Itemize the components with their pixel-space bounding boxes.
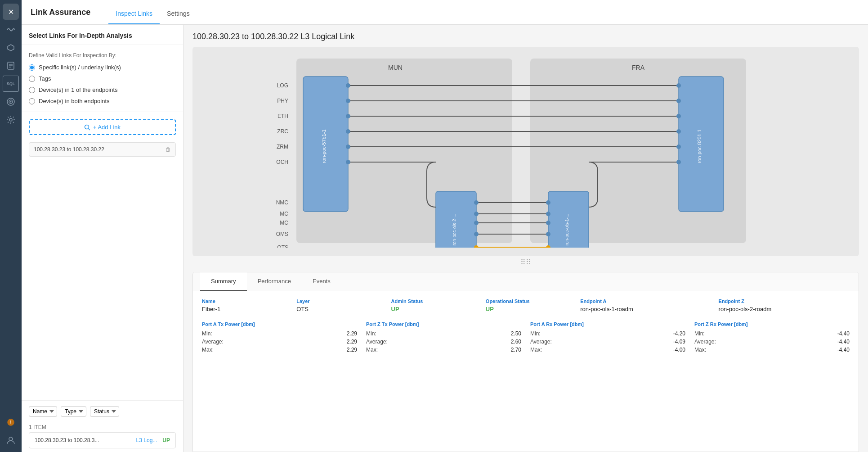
sidebar-icon-sql[interactable]: SQL: [3, 76, 19, 92]
sidebar-icon-alert[interactable]: !: [3, 414, 19, 430]
radio-specific-input[interactable]: [29, 64, 35, 71]
radio-device1-input[interactable]: [29, 87, 35, 93]
radio-deviceboth[interactable]: Device(s) in both endpoints: [29, 98, 176, 104]
svg-text:MUN: MUN: [388, 64, 403, 71]
svg-text:OCH: OCH: [276, 159, 288, 165]
svg-point-44: [546, 200, 550, 205]
svg-text:PHY: PHY: [277, 98, 288, 104]
svg-text:FRA: FRA: [632, 64, 645, 71]
details-content: Name Fiber-1 Layer OTS Admin Status UP: [193, 291, 859, 452]
svg-text:ETH: ETH: [277, 113, 288, 119]
svg-point-35: [346, 129, 350, 134]
right-panel: 100.28.30.23 to 100.28.30.22 L3 Logical …: [183, 25, 868, 452]
metric-row-max: Max: 2.70: [366, 347, 521, 353]
type-filter-select[interactable]: Type: [61, 406, 86, 417]
svg-point-47: [546, 212, 550, 216]
link-row-type[interactable]: L3 Log...: [136, 437, 157, 443]
svg-text:MC: MC: [280, 211, 288, 217]
metric-row-min: Min: -4.20: [530, 330, 685, 337]
tab-settings[interactable]: Settings: [160, 0, 197, 24]
metric-row-max: Max: 2.29: [202, 347, 357, 353]
details-tabs: Summary Performance Events: [193, 272, 859, 291]
svg-point-30: [676, 99, 681, 103]
svg-point-29: [346, 99, 350, 103]
svg-point-10: [9, 437, 13, 441]
metric-port-z-tx: Port Z Tx Power [dbm] Min: 2.50 Average:…: [366, 321, 521, 355]
svg-text:OTS: OTS: [277, 244, 288, 248]
topbar: Link Assurance Inspect Links Settings: [22, 0, 868, 25]
sidebar-icon-target[interactable]: [3, 94, 19, 110]
metric-row-avg: Average: 2.60: [366, 339, 521, 345]
tab-performance[interactable]: Performance: [247, 272, 302, 291]
svg-line-12: [88, 128, 90, 130]
tab-events[interactable]: Events: [302, 272, 341, 291]
svg-text:ron-poc-ols-1-...: ron-poc-ols-1-...: [564, 214, 569, 246]
metrics-grid: Port A Tx Power [dbm] Min: 2.29 Average:…: [202, 321, 850, 355]
delete-icon[interactable]: 🗑: [166, 146, 171, 153]
svg-point-32: [346, 114, 350, 118]
svg-text:OMS: OMS: [276, 231, 288, 237]
svg-text:ron-poc-ols-2-...: ron-poc-ols-2-...: [452, 214, 457, 246]
metric-row-min: Min: 2.29: [202, 330, 357, 337]
svg-point-7: [10, 101, 12, 103]
sidebar-icon-cube[interactable]: [3, 40, 19, 56]
svg-text:ZRM: ZRM: [277, 144, 288, 150]
metric-row-max: Max: -4.40: [694, 347, 850, 353]
radio-deviceboth-input[interactable]: [29, 98, 35, 104]
svg-text:ron-poc-8201-1: ron-poc-8201-1: [697, 129, 702, 163]
svg-point-53: [546, 232, 550, 236]
metric-port-z-rx: Port Z Rx Power [dbm] Min: -4.40 Average…: [694, 321, 850, 355]
metric-row-avg: Average: -4.40: [694, 339, 850, 345]
details-grid: Name Fiber-1 Layer OTS Admin Status UP: [202, 298, 850, 312]
filter-label: Define Valid Links For Inspection By:: [29, 52, 176, 59]
svg-point-38: [346, 145, 350, 149]
svg-text:ron-poc-57b1-1: ron-poc-57b1-1: [321, 129, 327, 163]
network-diagram: MUN FRA ron-poc-57b1-1 ron-poc-8201-1 ro…: [200, 54, 852, 248]
link-row-status: UP: [162, 437, 170, 443]
svg-point-40: [346, 160, 350, 164]
tab-inspect-links[interactable]: Inspect Links: [108, 0, 160, 24]
sidebar-icon-wave[interactable]: [3, 22, 19, 38]
detail-admin-status: Admin Status UP: [391, 298, 479, 312]
sidebar-icon-doc[interactable]: [3, 58, 19, 74]
metric-row-min: Min: 2.50: [366, 330, 521, 337]
name-filter-select[interactable]: Name: [29, 406, 57, 417]
svg-marker-0: [8, 45, 14, 51]
diagram-area: MUN FRA ron-poc-57b1-1 ron-poc-8201-1 ro…: [192, 47, 859, 256]
sidebar-icon-gear[interactable]: [3, 112, 19, 128]
svg-point-27: [676, 83, 681, 88]
radio-tags-input[interactable]: [29, 76, 35, 82]
radio-device1[interactable]: Device(s) in 1 of the endpoints: [29, 86, 176, 93]
diagram-title: 100.28.30.23 to 100.28.30.22 L3 Logical …: [183, 25, 868, 47]
svg-point-8: [9, 118, 12, 121]
status-filter-select[interactable]: Status: [90, 406, 119, 417]
metric-row-min: Min: -4.40: [694, 330, 850, 337]
content-area: Select Links For In-Depth Analysis Defin…: [22, 25, 868, 452]
svg-point-41: [676, 160, 681, 164]
left-panel-header: Select Links For In-Depth Analysis: [22, 25, 183, 45]
detail-layer: Layer OTS: [296, 298, 384, 312]
svg-point-26: [346, 83, 350, 88]
nav-tabs: Inspect Links Settings: [108, 0, 197, 24]
radio-specific[interactable]: Specific link(s) / underlay link(s): [29, 64, 176, 71]
svg-point-43: [474, 200, 479, 205]
sidebar: ✕ SQL !: [0, 0, 22, 452]
add-link-button[interactable]: + Add Link: [29, 119, 176, 135]
svg-point-46: [474, 212, 479, 216]
radio-tags[interactable]: Tags: [29, 75, 176, 82]
sidebar-icon-user[interactable]: [3, 432, 19, 448]
items-count: 1 ITEM: [22, 420, 183, 432]
link-row-text: 100.28.30.23 to 100.28.3...: [35, 437, 136, 443]
link-row[interactable]: 100.28.30.23 to 100.28.3... L3 Log... UP: [29, 432, 176, 448]
detail-endpoint-a: Endpoint A ron-poc-ols-1-roadm: [580, 298, 711, 312]
svg-point-36: [676, 129, 681, 134]
detail-name: Name Fiber-1: [202, 298, 289, 312]
metric-port-a-tx: Port A Tx Power [dbm] Min: 2.29 Average:…: [202, 321, 357, 355]
app-title: Link Assurance: [31, 8, 90, 17]
svg-point-39: [676, 145, 681, 149]
svg-point-33: [676, 114, 681, 118]
sidebar-icon-close[interactable]: ✕: [3, 4, 19, 20]
tab-summary[interactable]: Summary: [200, 272, 247, 291]
drag-handle[interactable]: ⠿⠿: [183, 256, 868, 268]
details-panel: Summary Performance Events Name Fiber-1 …: [192, 272, 859, 452]
